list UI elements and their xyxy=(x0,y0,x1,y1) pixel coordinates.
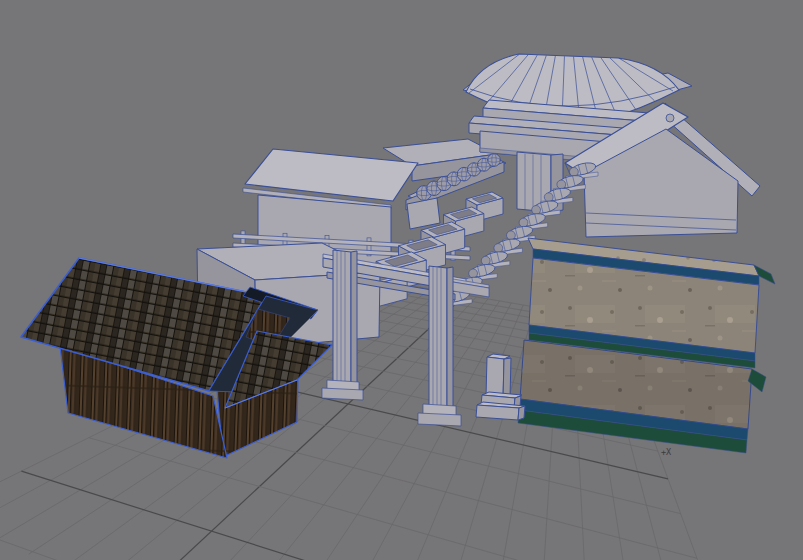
torii-gate-model[interactable] xyxy=(322,250,489,426)
viewport-3d-panel[interactable]: +Z+X xyxy=(0,0,803,560)
stone-pedestal-model[interactable] xyxy=(476,354,525,420)
axis-label-x: +X xyxy=(661,447,672,457)
stone-wall-structure-model[interactable] xyxy=(518,238,775,453)
viewport-3d[interactable]: +Z+X xyxy=(0,0,803,560)
scene-models xyxy=(21,54,775,458)
